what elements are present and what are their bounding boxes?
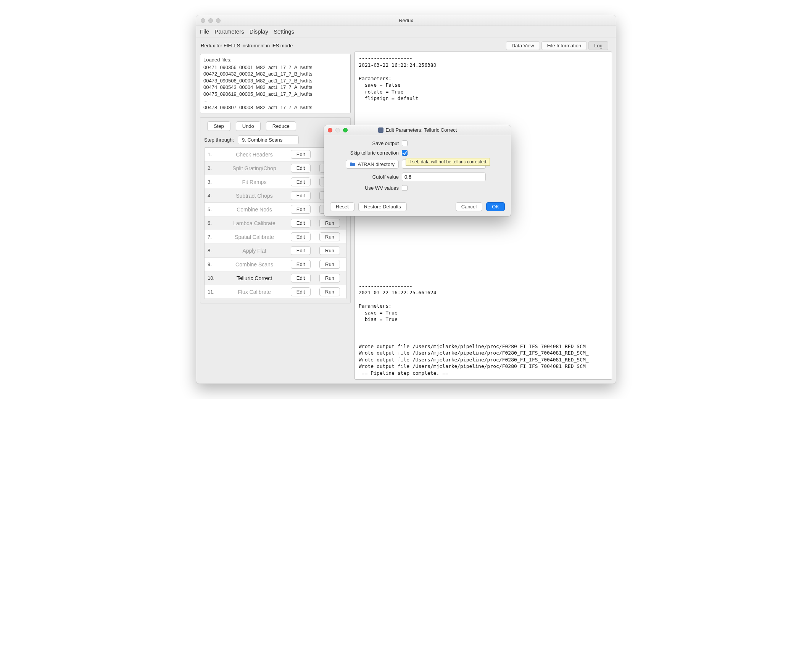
- main-window: Redux File Parameters Display Settings R…: [196, 15, 616, 384]
- ok-button[interactable]: OK: [486, 202, 505, 211]
- step-number: 8.: [208, 248, 221, 253]
- titlebar: Redux: [196, 15, 616, 26]
- use-wv-label: Use WV values: [330, 185, 399, 191]
- menu-parameters[interactable]: Parameters: [214, 28, 244, 35]
- loaded-files-box: Loaded files: 00471_090356_00001_M82_act…: [200, 54, 351, 113]
- edit-button[interactable]: Edit: [291, 287, 311, 296]
- window-title: Redux: [196, 18, 616, 23]
- step-name: Flux Calibrate: [224, 289, 285, 295]
- mode-label: Redux for FIFI-LS instrument in IFS mode: [200, 41, 351, 50]
- step-number: 7.: [208, 234, 221, 240]
- edit-button[interactable]: Edit: [291, 219, 311, 227]
- atran-directory-button[interactable]: ATRAN directory: [346, 160, 399, 169]
- loaded-file: 00472_090432_00002_M82_act1_17_7_B_lw.fi…: [203, 71, 347, 77]
- step-row: 11.Flux CalibrateEditRun: [205, 285, 346, 299]
- step-number: 3.: [208, 179, 221, 185]
- step-name: Check Headers: [224, 152, 285, 158]
- edit-button[interactable]: Edit: [291, 246, 311, 255]
- loaded-file: 00471_090356_00001_M82_act1_17_7_A_lw.fi…: [203, 64, 347, 71]
- step-row: 10.Telluric CorrectEditRun: [205, 271, 346, 285]
- step-name: Telluric Correct: [224, 275, 285, 281]
- step-through-select[interactable]: 9. Combine Scans: [238, 135, 299, 144]
- step-button[interactable]: Step: [207, 121, 230, 131]
- loaded-file: ...: [203, 97, 347, 104]
- edit-button[interactable]: Edit: [291, 150, 311, 159]
- cutoff-value-label: Cutoff value: [330, 174, 399, 180]
- edit-button[interactable]: Edit: [291, 260, 311, 269]
- step-name: Subtract Chops: [224, 193, 285, 199]
- skip-telluric-tooltip: If set, data will not be telluric correc…: [406, 158, 490, 166]
- cutoff-value-input[interactable]: [402, 173, 486, 181]
- restore-defaults-button[interactable]: Restore Defaults: [358, 202, 407, 211]
- step-row: 8.Apply FlatEditRun: [205, 244, 346, 258]
- step-number: 9.: [208, 261, 221, 267]
- edit-button[interactable]: Edit: [291, 205, 311, 214]
- undo-button[interactable]: Undo: [236, 121, 261, 131]
- reduce-button[interactable]: Reduce: [266, 121, 296, 131]
- step-through-label: Step through:: [204, 137, 234, 143]
- menu-settings[interactable]: Settings: [274, 28, 294, 35]
- loaded-file: 00473_090506_00003_M82_act1_17_7_B_lw.fi…: [203, 77, 347, 84]
- run-button[interactable]: Run: [319, 246, 340, 255]
- step-row: 9.Combine ScansEditRun: [205, 258, 346, 271]
- step-name: Apply Flat: [224, 248, 285, 254]
- zoom-icon[interactable]: [216, 18, 221, 23]
- step-name: Combine Scans: [224, 261, 285, 268]
- save-output-label: Save output: [330, 140, 399, 146]
- menu-display[interactable]: Display: [250, 28, 268, 35]
- dialog-titlebar: Edit Parameters: Telluric Correct: [324, 125, 511, 135]
- loaded-files-header: Loaded files:: [203, 56, 347, 63]
- skip-telluric-checkbox[interactable]: [402, 150, 408, 156]
- step-number: 5.: [208, 206, 221, 212]
- tab-data-view[interactable]: Data View: [506, 41, 540, 50]
- edit-button[interactable]: Edit: [291, 177, 311, 186]
- menubar: File Parameters Display Settings: [196, 26, 616, 37]
- step-row: 6.Lambda CalibrateEditRun: [205, 216, 346, 230]
- use-wv-checkbox[interactable]: [402, 185, 408, 191]
- edit-button[interactable]: Edit: [291, 232, 311, 241]
- menu-file[interactable]: File: [200, 28, 209, 35]
- step-row: 7.Spatial CalibrateEditRun: [205, 230, 346, 244]
- step-number: 2.: [208, 165, 221, 171]
- step-number: 11.: [208, 289, 221, 295]
- edit-button[interactable]: Edit: [291, 274, 311, 282]
- step-name: Combine Nods: [224, 206, 285, 213]
- loaded-file: 00475_090619_00005_M82_act1_17_7_A_lw.fi…: [203, 91, 347, 98]
- window-controls: [196, 18, 221, 23]
- step-name: Lambda Calibrate: [224, 220, 285, 226]
- step-number: 4.: [208, 193, 221, 198]
- dialog-app-icon: [378, 127, 383, 133]
- run-button[interactable]: Run: [319, 260, 340, 269]
- dialog-title: Edit Parameters: Telluric Correct: [386, 127, 457, 133]
- run-button[interactable]: Run: [319, 232, 340, 241]
- edit-button[interactable]: Edit: [291, 191, 311, 200]
- step-name: Spatial Calibrate: [224, 234, 285, 240]
- folder-icon: [350, 162, 355, 166]
- run-button[interactable]: Run: [319, 274, 340, 282]
- run-button[interactable]: Run: [319, 287, 340, 296]
- cancel-button[interactable]: Cancel: [456, 202, 482, 211]
- step-name: Split Grating/Chop: [224, 165, 285, 171]
- step-number: 1.: [208, 152, 221, 157]
- save-output-checkbox[interactable]: [402, 140, 408, 146]
- close-icon[interactable]: [201, 18, 205, 23]
- atran-directory-label: ATRAN directory: [358, 161, 395, 167]
- step-number: 6.: [208, 220, 221, 226]
- step-number: 10.: [208, 275, 221, 281]
- edit-button[interactable]: Edit: [291, 164, 311, 173]
- minimize-icon[interactable]: [208, 18, 213, 23]
- edit-parameters-dialog: Edit Parameters: Telluric Correct Save o…: [324, 125, 511, 216]
- reset-button[interactable]: Reset: [330, 202, 354, 211]
- loaded-file: 00478_090807_00008_M82_act1_17_7_A_lw.fi…: [203, 104, 347, 111]
- run-button[interactable]: Run: [319, 219, 340, 227]
- tab-log[interactable]: Log: [588, 41, 608, 50]
- skip-telluric-label: Skip telluric correction: [330, 150, 399, 156]
- tabs: Data View File Information Log: [354, 41, 612, 52]
- tab-file-information[interactable]: File Information: [541, 41, 587, 50]
- loaded-file: 00474_090543_00004_M82_act1_17_7_A_lw.fi…: [203, 84, 347, 91]
- step-name: Fit Ramps: [224, 179, 285, 185]
